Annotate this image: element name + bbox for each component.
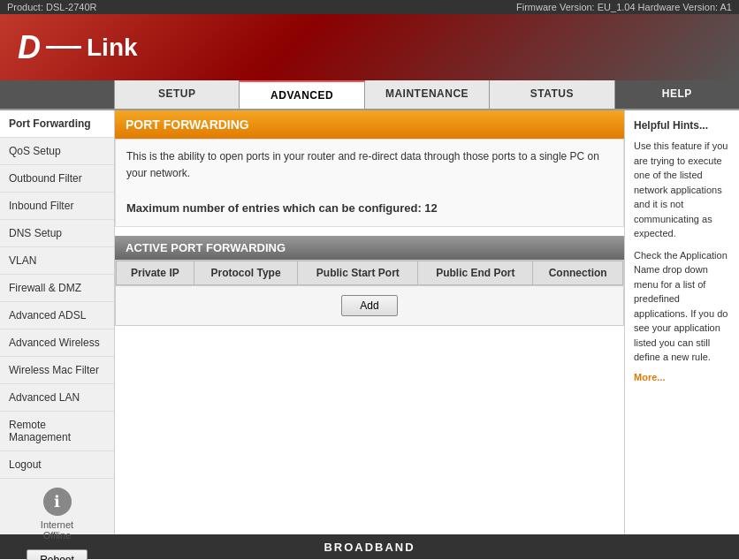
- help-more-link[interactable]: More...: [634, 372, 665, 382]
- internet-status: ℹ InternetOffline: [9, 488, 105, 541]
- col-private-ip: Private IP: [117, 261, 194, 285]
- sidebar-item-qos-setup[interactable]: QoS Setup: [0, 138, 114, 165]
- sidebar-item-advanced-wireless[interactable]: Advanced Wireless: [0, 329, 114, 357]
- sidebar-item-firewall-dmz[interactable]: Firewall & DMZ: [0, 275, 114, 302]
- sidebar-item-dns-setup[interactable]: DNS Setup: [0, 220, 114, 247]
- sidebar-item-logout[interactable]: Logout: [0, 451, 114, 479]
- port-table-wrapper: Private IP Protocol Type Public Start Po…: [115, 260, 624, 286]
- logo-d-letter: D: [18, 29, 41, 66]
- nav-tabs: SETUP ADVANCED MAINTENANCE STATUS HELP: [0, 80, 739, 110]
- sidebar-item-advanced-adsl[interactable]: Advanced ADSL: [0, 302, 114, 329]
- firmware-info: Firmware Version: EU_1.04 Hardware Versi…: [516, 2, 732, 12]
- sidebar: Port Forwarding QoS Setup Outbound Filte…: [0, 110, 115, 534]
- add-row: Add: [115, 286, 624, 326]
- internet-label: InternetOffline: [41, 519, 73, 541]
- tab-advanced[interactable]: ADVANCED: [240, 80, 364, 109]
- section-title: PORT FORWARDING: [115, 110, 624, 139]
- info-box: This is the ability to open ports in you…: [115, 139, 624, 227]
- sidebar-item-advanced-lan[interactable]: Advanced LAN: [0, 384, 114, 412]
- tab-maintenance[interactable]: MAINTENANCE: [365, 80, 490, 109]
- port-table: Private IP Protocol Type Public Start Po…: [116, 261, 623, 285]
- tab-help[interactable]: HELP: [615, 80, 739, 109]
- sidebar-item-remote-management[interactable]: Remote Management: [0, 412, 114, 451]
- table-header: Private IP Protocol Type Public Start Po…: [117, 261, 623, 285]
- info-text: This is the ability to open ports in you…: [126, 148, 613, 182]
- sidebar-item-outbound-filter[interactable]: Outbound Filter: [0, 165, 114, 193]
- reboot-button[interactable]: Reboot: [27, 549, 88, 560]
- add-button[interactable]: Add: [341, 295, 397, 316]
- max-entries-text: Maximum number of entries which can be c…: [126, 200, 613, 218]
- content-area: PORT FORWARDING This is the ability to o…: [115, 110, 624, 534]
- product-info: Product: DSL-2740R: [7, 2, 97, 12]
- logo-link-text: Link: [87, 34, 138, 62]
- col-connection: Connection: [533, 261, 623, 285]
- sidebar-item-port-forwarding[interactable]: Port Forwarding: [0, 110, 114, 138]
- sidebar-item-wireless-mac-filter[interactable]: Wireless Mac Filter: [0, 357, 114, 384]
- sidebar-item-vlan[interactable]: VLAN: [0, 247, 114, 275]
- col-protocol-type: Protocol Type: [194, 261, 298, 285]
- top-bar: Product: DSL-2740R Firmware Version: EU_…: [0, 0, 739, 14]
- col-public-start-port: Public Start Port: [298, 261, 418, 285]
- tab-status[interactable]: STATUS: [490, 80, 614, 109]
- dlink-logo: D Link: [18, 29, 138, 66]
- help-title: Helpful Hints...: [634, 119, 730, 132]
- internet-icon: ℹ: [43, 488, 72, 516]
- help-panel: Helpful Hints... Use this feature if you…: [624, 110, 739, 534]
- sidebar-bottom: ℹ InternetOffline Reboot: [0, 479, 114, 560]
- logo-dash: [46, 46, 81, 49]
- col-public-end-port: Public End Port: [418, 261, 533, 285]
- help-paragraph-1: Use this feature if you are trying to ex…: [634, 139, 730, 241]
- tab-setup[interactable]: SETUP: [115, 80, 240, 109]
- header: D Link: [0, 14, 739, 80]
- main-layout: Port Forwarding QoS Setup Outbound Filte…: [0, 110, 739, 534]
- sidebar-item-inbound-filter[interactable]: Inbound Filter: [0, 193, 114, 220]
- active-section-title: ACTIVE PORT FORWARDING: [115, 236, 624, 260]
- help-paragraph-2: Check the Application Name drop down men…: [634, 248, 730, 365]
- tab-spacer: [0, 80, 115, 109]
- footer-label: BROADBAND: [324, 541, 415, 554]
